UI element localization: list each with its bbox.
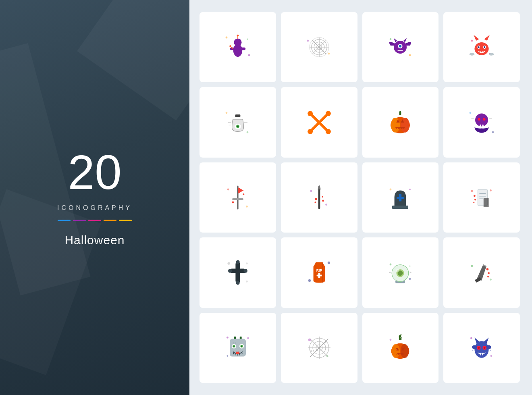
svg-point-136 xyxy=(227,355,228,357)
svg-point-24 xyxy=(399,45,401,48)
svg-marker-79 xyxy=(318,185,321,189)
svg-point-56 xyxy=(391,118,400,133)
svg-point-70 xyxy=(246,206,248,208)
svg-point-69 xyxy=(227,189,229,191)
icon-pumpkin2[interactable] xyxy=(362,313,439,383)
svg-point-26 xyxy=(471,40,473,42)
svg-point-116 xyxy=(390,264,392,266)
icon-voodoo-doll[interactable] xyxy=(200,12,276,82)
icon-spider-web2[interactable] xyxy=(281,313,357,383)
svg-point-80 xyxy=(315,198,317,200)
icon-cobweb[interactable] xyxy=(281,12,357,82)
icon-sword-flag[interactable] xyxy=(200,162,276,233)
svg-point-32 xyxy=(484,46,485,48)
icon-monster-face[interactable] xyxy=(362,12,439,82)
svg-point-135 xyxy=(247,337,249,339)
svg-point-42 xyxy=(237,125,239,127)
icon-bloody-stake[interactable] xyxy=(281,162,357,233)
svg-point-57 xyxy=(401,118,409,133)
svg-rect-166 xyxy=(399,337,401,340)
icon-count: 20 xyxy=(57,148,132,196)
svg-point-28 xyxy=(475,42,489,55)
svg-point-117 xyxy=(409,266,411,267)
svg-point-127 xyxy=(410,272,411,273)
icon-crossbones[interactable] xyxy=(281,87,357,157)
svg-rect-54 xyxy=(399,111,401,115)
svg-point-31 xyxy=(478,46,480,48)
svg-point-169 xyxy=(401,344,409,358)
svg-rect-65 xyxy=(480,124,481,127)
svg-point-106 xyxy=(236,281,240,285)
svg-point-105 xyxy=(236,260,240,264)
subtitle: ICONOGRAPHY xyxy=(57,204,132,212)
svg-point-97 xyxy=(474,199,476,201)
icon-coffin[interactable]: RIP xyxy=(281,237,357,308)
svg-point-187 xyxy=(472,350,473,351)
svg-point-81 xyxy=(314,202,316,203)
svg-point-108 xyxy=(243,269,247,273)
icon-devil-demon[interactable] xyxy=(443,313,520,383)
svg-point-9 xyxy=(229,45,231,47)
svg-point-126 xyxy=(389,272,391,273)
svg-point-107 xyxy=(228,269,232,273)
svg-point-77 xyxy=(325,204,327,206)
svg-point-64 xyxy=(483,118,485,120)
svg-point-109 xyxy=(308,279,310,282)
svg-point-131 xyxy=(486,268,489,271)
svg-point-36 xyxy=(489,53,494,56)
icon-knife-blood[interactable] xyxy=(443,237,520,308)
icon-potion-eye[interactable] xyxy=(200,87,276,157)
svg-point-129 xyxy=(490,279,492,281)
svg-point-132 xyxy=(488,272,490,274)
svg-point-83 xyxy=(322,196,323,198)
icon-crystal-ball[interactable] xyxy=(362,237,439,308)
svg-point-84 xyxy=(390,189,392,191)
svg-point-74 xyxy=(232,202,234,204)
svg-point-102 xyxy=(246,281,248,283)
svg-rect-34 xyxy=(482,52,484,53)
svg-point-20 xyxy=(390,38,392,40)
icon-tombstone[interactable] xyxy=(362,162,439,233)
svg-rect-86 xyxy=(392,206,408,209)
svg-point-100 xyxy=(227,262,230,265)
svg-point-128 xyxy=(471,265,473,267)
svg-rect-174 xyxy=(398,353,399,355)
svg-point-53 xyxy=(308,129,313,134)
svg-point-49 xyxy=(308,111,313,116)
svg-point-7 xyxy=(237,35,239,37)
svg-point-62 xyxy=(475,113,488,126)
svg-rect-33 xyxy=(480,52,481,53)
svg-point-38 xyxy=(246,131,248,133)
svg-point-134 xyxy=(227,337,229,339)
svg-point-110 xyxy=(327,262,330,264)
svg-point-96 xyxy=(474,195,476,197)
icon-bloody-paper[interactable] xyxy=(443,162,520,233)
svg-rect-99 xyxy=(484,198,489,207)
svg-point-179 xyxy=(472,345,477,349)
svg-point-37 xyxy=(225,112,227,114)
icon-pumpkin[interactable] xyxy=(362,87,439,157)
svg-point-177 xyxy=(490,355,493,357)
icon-vampire[interactable] xyxy=(443,87,520,157)
category-title: Halloween xyxy=(57,233,132,247)
svg-point-176 xyxy=(470,337,472,339)
svg-point-60 xyxy=(470,112,472,114)
svg-rect-66 xyxy=(482,124,484,127)
svg-point-180 xyxy=(486,345,491,349)
svg-point-10 xyxy=(307,40,309,42)
icon-frankenstein[interactable] xyxy=(200,313,276,383)
color-bar-orange xyxy=(104,220,116,221)
svg-point-188 xyxy=(490,350,491,351)
icon-devil-face[interactable] xyxy=(443,12,520,82)
svg-rect-115 xyxy=(316,275,322,276)
color-bar-pink xyxy=(88,220,101,221)
svg-point-133 xyxy=(487,276,489,278)
svg-point-4 xyxy=(234,39,241,46)
svg-rect-39 xyxy=(235,114,240,117)
svg-point-168 xyxy=(392,344,400,358)
icon-cross[interactable] xyxy=(200,237,276,308)
svg-rect-175 xyxy=(401,353,403,355)
svg-point-82 xyxy=(322,200,324,202)
svg-point-35 xyxy=(470,53,475,56)
svg-rect-88 xyxy=(397,197,404,199)
